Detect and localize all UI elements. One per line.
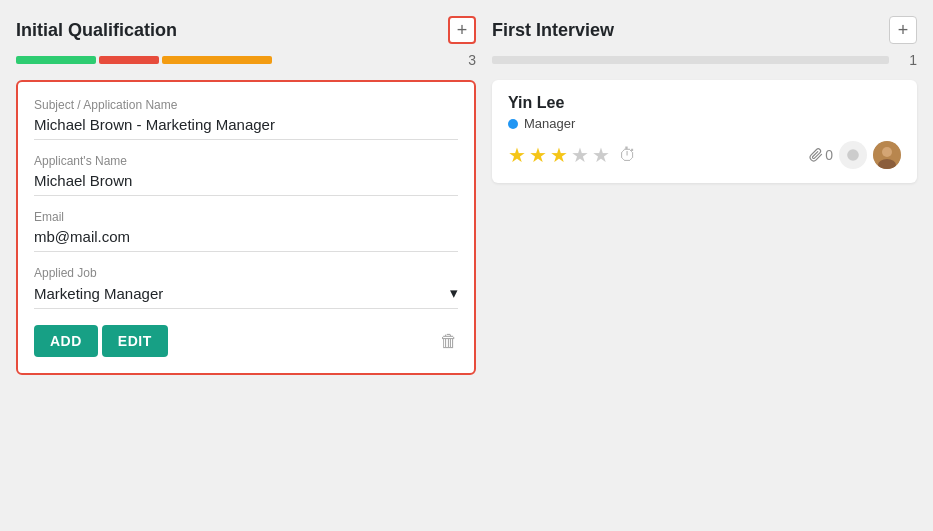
progress-segment-red (99, 56, 159, 64)
candidate-role-label: Manager (524, 116, 575, 131)
plus-icon-right: + (898, 20, 909, 41)
applied-job-field: Applied Job Marketing Manager ▾ (34, 266, 458, 309)
add-card-button-left[interactable]: + (448, 16, 476, 44)
action-button-circle[interactable] (839, 141, 867, 169)
email-label: Email (34, 210, 458, 224)
form-actions-row: ADD EDIT 🗑 (34, 325, 458, 357)
candidate-card[interactable]: Yin Lee Manager ★ ★ ★ ★ ★ ⏱ 0 (492, 80, 917, 183)
right-progress-row: 1 (492, 52, 917, 68)
application-form-card: Subject / Application Name Michael Brown… (16, 80, 476, 375)
role-indicator-dot (508, 119, 518, 129)
applied-job-label: Applied Job (34, 266, 458, 280)
subject-label: Subject / Application Name (34, 98, 458, 112)
star-3[interactable]: ★ (550, 143, 568, 167)
left-count-badge: 3 (456, 52, 476, 68)
email-field: Email mb@mail.com (34, 210, 458, 252)
left-progress-bars (16, 56, 448, 64)
delete-icon[interactable]: 🗑 (440, 331, 458, 352)
candidate-rating-row: ★ ★ ★ ★ ★ ⏱ (508, 143, 637, 167)
applicant-name-field: Applicant's Name Michael Brown (34, 154, 458, 196)
star-2[interactable]: ★ (529, 143, 547, 167)
edit-button[interactable]: EDIT (102, 325, 168, 357)
attachment-count: 0 (825, 147, 833, 163)
chevron-down-icon: ▾ (450, 284, 458, 302)
subject-field: Subject / Application Name Michael Brown… (34, 98, 458, 140)
applicant-name-value[interactable]: Michael Brown (34, 172, 458, 196)
candidate-card-footer: ★ ★ ★ ★ ★ ⏱ 0 (508, 141, 901, 169)
left-column-header: Initial Qualification + (16, 16, 476, 44)
add-card-button-right[interactable]: + (889, 16, 917, 44)
svg-point-0 (847, 149, 859, 161)
form-btn-group: ADD EDIT (34, 325, 168, 357)
right-count-badge: 1 (897, 52, 917, 68)
applied-job-value: Marketing Manager (34, 285, 163, 302)
star-4[interactable]: ★ (571, 143, 589, 167)
add-button[interactable]: ADD (34, 325, 98, 357)
progress-segment-green (16, 56, 96, 64)
right-column-title: First Interview (492, 20, 614, 41)
first-interview-column: First Interview + 1 Yin Lee Manager ★ ★ … (492, 16, 917, 515)
right-column-header: First Interview + (492, 16, 917, 44)
candidate-name: Yin Lee (508, 94, 901, 112)
star-5[interactable]: ★ (592, 143, 610, 167)
candidate-card-actions: 0 (809, 141, 901, 169)
candidate-role-row: Manager (508, 116, 901, 131)
subject-value[interactable]: Michael Brown - Marketing Manager (34, 116, 458, 140)
applicant-name-label: Applicant's Name (34, 154, 458, 168)
left-progress-row: 3 (16, 52, 476, 68)
svg-point-2 (882, 147, 892, 157)
avatar[interactable] (873, 141, 901, 169)
attachment-icon[interactable]: 0 (809, 147, 833, 163)
applied-job-dropdown[interactable]: Marketing Manager ▾ (34, 284, 458, 309)
plus-icon-left: + (457, 20, 468, 41)
email-value[interactable]: mb@mail.com (34, 228, 458, 252)
progress-segment-yellow (162, 56, 272, 64)
left-column-title: Initial Qualification (16, 20, 177, 41)
star-1[interactable]: ★ (508, 143, 526, 167)
clock-icon[interactable]: ⏱ (619, 145, 637, 166)
right-progress-bar (492, 56, 889, 64)
initial-qualification-column: Initial Qualification + 3 Subject / Appl… (16, 16, 476, 515)
